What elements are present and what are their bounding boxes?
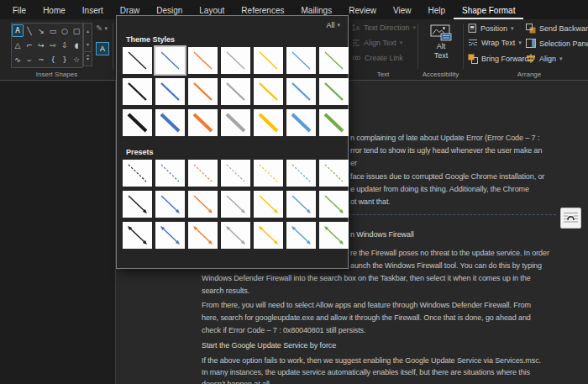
text-direction-button[interactable]: A Text Direction (352, 24, 416, 32)
style-swatch[interactable] (155, 109, 185, 136)
style-swatch[interactable] (254, 47, 283, 74)
tab-file[interactable]: File (4, 3, 34, 19)
draw-text-box-button[interactable]: A (96, 42, 109, 55)
style-swatch[interactable] (188, 160, 218, 187)
alt-text-button[interactable]: Alt Text (423, 22, 459, 71)
style-swatch[interactable] (155, 47, 185, 74)
style-swatch[interactable] (286, 222, 316, 249)
style-swatch[interactable] (188, 109, 218, 136)
style-swatch[interactable] (123, 160, 152, 187)
style-swatch[interactable] (286, 191, 316, 218)
create-link-button[interactable]: Create Link (352, 54, 403, 62)
tab-insert[interactable]: Insert (74, 3, 112, 19)
shape-right-brace-icon[interactable]: } (59, 53, 71, 66)
wrap-text-button[interactable]: Wrap Text (468, 39, 522, 47)
align-icon (526, 54, 536, 63)
style-swatch[interactable] (254, 222, 283, 249)
style-swatch[interactable] (123, 191, 152, 218)
shape-curve-icon[interactable]: ~ (35, 53, 47, 66)
style-swatch[interactable] (188, 222, 218, 249)
doc-text-line: Windows Defender Firewall into the searc… (202, 274, 531, 282)
bring-forward-icon (468, 54, 478, 64)
position-button[interactable]: Position (468, 24, 514, 33)
style-swatch[interactable] (286, 109, 316, 136)
shape-line-icon[interactable]: ╲ (24, 24, 35, 38)
chevron-down-icon (400, 39, 403, 46)
gallery-scroll-down-icon[interactable] (84, 37, 92, 50)
style-swatch[interactable] (155, 160, 185, 187)
wrap-text-icon (468, 39, 478, 47)
tab-shape-format[interactable]: Shape Format (454, 3, 523, 19)
send-backward-icon (526, 24, 536, 34)
shape-rectangle-icon[interactable]: ▭ (47, 24, 59, 38)
style-swatch[interactable] (221, 191, 250, 218)
doc-text-line: e updater from doing its thing. Addition… (350, 185, 529, 193)
style-swatch[interactable] (319, 78, 349, 105)
chevron-down-icon (104, 25, 108, 32)
selection-pane-button[interactable]: Selection Pane (526, 39, 588, 48)
shape-curved-arrow-connector-icon[interactable]: ↪ (35, 39, 47, 52)
shape-oval-icon[interactable]: ○ (59, 24, 71, 38)
shape-right-arrow-icon[interactable]: ⇨ (47, 39, 59, 52)
shape-scribble-icon[interactable]: ∿ (12, 53, 24, 66)
shape-chord-icon[interactable]: ◖ (71, 39, 82, 52)
style-swatch[interactable] (286, 78, 316, 105)
shape-triangle-icon[interactable]: △ (12, 39, 24, 52)
tab-help[interactable]: Help (419, 3, 454, 19)
text-group-label: Text (349, 71, 417, 78)
send-backward-button[interactable]: Send Backward (526, 24, 588, 34)
shape-star-icon[interactable]: ☆ (71, 53, 82, 66)
tab-home[interactable]: Home (34, 3, 74, 19)
gallery-filter[interactable]: All (117, 16, 348, 31)
insert-shapes-group-label: Insert Shapes (0, 71, 113, 78)
style-swatch[interactable] (319, 191, 349, 218)
style-swatch[interactable] (123, 222, 152, 249)
style-swatch[interactable] (221, 222, 250, 249)
style-swatch[interactable] (221, 109, 250, 136)
edit-shape-button[interactable]: ✎ (96, 24, 108, 33)
style-swatch[interactable] (155, 191, 185, 218)
selection-pane-icon (526, 39, 536, 48)
style-swatch[interactable] (221, 160, 250, 187)
style-swatch[interactable] (123, 78, 152, 105)
shape-left-brace-icon[interactable]: { (47, 53, 59, 66)
align-text-button[interactable]: Align Text (352, 39, 402, 47)
style-swatch[interactable] (155, 78, 185, 105)
style-swatch[interactable] (254, 109, 283, 136)
align-button[interactable]: Align (526, 54, 563, 63)
style-swatch[interactable] (155, 222, 185, 249)
style-swatch[interactable] (319, 222, 349, 249)
style-swatch[interactable] (188, 47, 218, 74)
gallery-more-icon[interactable] (84, 51, 92, 66)
style-swatch[interactable] (221, 78, 250, 105)
style-swatch[interactable] (123, 47, 152, 74)
shape-text-box-icon[interactable]: A (12, 24, 24, 37)
shape-down-arrow-icon[interactable]: ⇩ (59, 39, 71, 52)
tab-view[interactable]: View (385, 3, 420, 19)
style-swatch[interactable] (319, 109, 349, 136)
group-separator (463, 24, 464, 69)
style-swatch[interactable] (254, 78, 283, 105)
doc-heading: n Windows Firewall (350, 230, 414, 239)
gallery-scroll-up-icon[interactable] (84, 24, 92, 37)
style-swatch[interactable] (188, 78, 218, 105)
presets-title: Presets (126, 148, 348, 156)
object-layout-icon[interactable] (560, 208, 581, 229)
style-swatch[interactable] (286, 47, 316, 74)
group-separator (113, 24, 113, 69)
shape-line-arrow-icon[interactable]: ↘ (35, 24, 47, 38)
style-swatch[interactable] (254, 160, 283, 187)
style-swatch[interactable] (319, 160, 349, 187)
doc-text-line: From there, you will need to select Allo… (202, 301, 531, 309)
doc-text-line: In many instances, the update service au… (202, 368, 530, 376)
style-swatch[interactable] (286, 160, 316, 187)
style-swatch[interactable] (188, 191, 218, 218)
shape-arc-icon[interactable]: ⌣ (24, 53, 35, 66)
doc-text-line: er (350, 159, 357, 167)
shape-rounded-rectangle-icon[interactable]: ▢ (71, 24, 82, 38)
style-swatch[interactable] (254, 191, 283, 218)
style-swatch[interactable] (319, 47, 349, 74)
style-swatch[interactable] (221, 47, 250, 74)
style-swatch[interactable] (123, 109, 152, 136)
shape-elbow-connector-icon[interactable]: ⌐ (24, 39, 35, 52)
